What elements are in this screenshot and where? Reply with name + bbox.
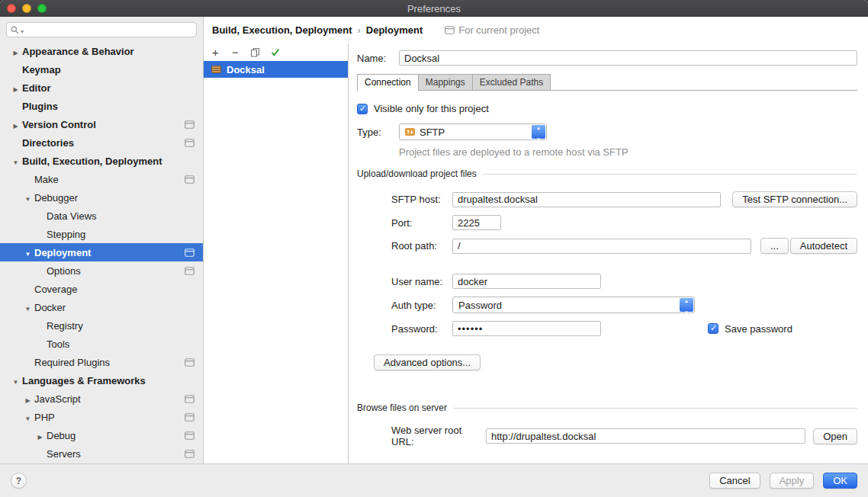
web-root-field[interactable] [486,428,805,444]
sidebar-tree-item[interactable]: Build, Execution, Deployment [0,152,203,170]
sidebar-tree-item[interactable]: Coverage [0,280,203,298]
tree-item-label: Appearance & Behavior [22,46,134,57]
sidebar-tree-item[interactable]: Languages & Frameworks [0,371,203,390]
sidebar-tree-item[interactable]: Tools [0,335,203,353]
user-name-row: User name: [391,274,857,289]
test-sftp-connection-button[interactable]: Test SFTP connection... [732,191,857,207]
minimize-button[interactable] [22,4,31,13]
copy-server-button[interactable] [246,45,264,59]
name-field[interactable] [399,50,857,66]
server-list: Docksal [204,61,348,463]
apply-button[interactable]: Apply [770,473,815,489]
tree-expand-icon[interactable] [9,156,22,167]
close-button[interactable] [7,4,16,13]
tree-item-label: Tools [47,338,69,350]
tree-expand-icon[interactable] [9,82,22,94]
tree-item-label: Directories [22,137,74,149]
sftp-host-row: SFTP host: Test SFTP connection... [391,191,857,207]
help-icon: ? [16,476,21,486]
search-history-chevron-icon[interactable] [21,24,24,36]
type-dropdown[interactable]: SFTP [399,123,547,140]
port-field[interactable] [452,215,501,230]
sidebar-tree-item[interactable]: Required Plugins [0,353,203,371]
settings-search[interactable] [6,22,197,37]
root-path-field[interactable] [452,239,751,254]
sidebar-tree-item[interactable]: Docker [0,298,203,316]
add-server-button[interactable]: + [207,45,224,59]
settings-search-input[interactable] [25,24,192,35]
sidebar-tree-item[interactable]: Make [0,170,203,188]
tree-item-label: Debugger [34,192,78,204]
type-row: Type: SFTP [357,123,857,140]
traffic-lights [7,4,47,13]
minus-icon: − [232,46,239,58]
open-button[interactable]: Open [813,428,857,444]
deployment-config-form: Name: Connection Mappings Excluded Paths… [349,43,868,463]
sidebar-tree-item[interactable]: Deployment [0,243,203,261]
zoom-button[interactable] [37,4,47,13]
tree-item-label: Languages & Frameworks [22,375,146,386]
ok-button[interactable]: OK [823,473,857,489]
tab-excluded-paths[interactable]: Excluded Paths [472,74,551,91]
name-row: Name: [357,50,857,66]
browse-section-header: Browse files on server [357,402,857,413]
sidebar-tree-item[interactable]: Registry [0,316,203,335]
tree-item-label: Deployment [34,247,91,258]
per-project-settings-icon [185,450,194,458]
dialog-footer: ? Cancel Apply OK [0,463,868,497]
autodetect-button[interactable]: Autodetect [790,238,857,254]
tree-expand-icon[interactable] [21,302,34,313]
remove-server-button[interactable]: − [227,45,244,59]
sftp-protocol-icon [405,128,415,136]
settings-tree: Appearance & Behavior Keymap [0,40,203,463]
upload-section-title: Upload/download project files [357,168,477,179]
sftp-host-field[interactable] [452,192,721,207]
sidebar-tree-item[interactable]: Stepping [0,225,203,243]
password-field[interactable] [452,321,601,336]
per-project-settings-icon [185,139,194,147]
save-password-checkbox[interactable] [708,323,719,334]
section-divider [453,408,857,409]
sidebar-tree-item[interactable]: Debugger [0,188,203,207]
sidebar-tree-item[interactable]: Directories [0,133,203,152]
auth-type-dropdown[interactable]: Password [452,297,695,313]
tree-item-label: Make [34,174,59,185]
sidebar-tree-item[interactable]: Plugins [0,97,203,115]
tree-item-label: JavaScript [34,393,81,405]
sidebar-tree-item[interactable]: Editor [0,79,203,97]
help-button[interactable]: ? [11,473,27,489]
visible-only-checkbox[interactable] [357,104,368,114]
tree-expand-icon[interactable] [21,247,34,258]
advanced-options-button[interactable]: Advanced options... [374,354,481,370]
sidebar-tree-item[interactable]: Debug [0,426,203,444]
cancel-button[interactable]: Cancel [709,473,760,489]
server-list-item[interactable]: Docksal [204,61,348,78]
tab-mappings[interactable]: Mappings [418,74,473,91]
tree-expand-icon[interactable] [34,430,47,441]
sidebar-tree-item[interactable]: PHP [0,408,203,426]
tree-item-label: Docker [34,302,66,313]
use-as-default-button[interactable] [266,45,284,59]
sidebar-tree-item[interactable]: Data Views [0,207,203,225]
sidebar-tree-item[interactable]: Version Control [0,115,203,133]
sidebar-tree-item[interactable]: JavaScript [0,390,203,408]
browse-root-path-button[interactable]: ... [760,238,789,254]
current-project-icon [445,26,455,34]
tree-expand-icon[interactable] [21,192,34,204]
tree-item-label: Options [47,265,81,277]
user-name-field[interactable] [452,274,601,289]
sidebar-tree-item[interactable]: Appearance & Behavior [0,42,203,60]
tree-expand-icon[interactable] [21,393,34,405]
tree-expand-icon[interactable] [9,375,22,386]
tree-expand-icon[interactable] [21,412,34,423]
tab-connection[interactable]: Connection [357,74,419,91]
plus-icon: + [212,46,219,58]
port-label: Port: [391,217,452,229]
tree-expand-icon[interactable] [9,119,22,130]
sidebar-tree-item[interactable]: Options [0,261,203,280]
sidebar-tree-item[interactable]: Keymap [0,60,203,79]
sidebar-tree-item[interactable]: Servers [0,444,203,463]
tree-expand-icon[interactable] [9,46,22,57]
breadcrumb-current: Deployment [366,24,423,36]
tree-item-label: Keymap [22,64,61,75]
